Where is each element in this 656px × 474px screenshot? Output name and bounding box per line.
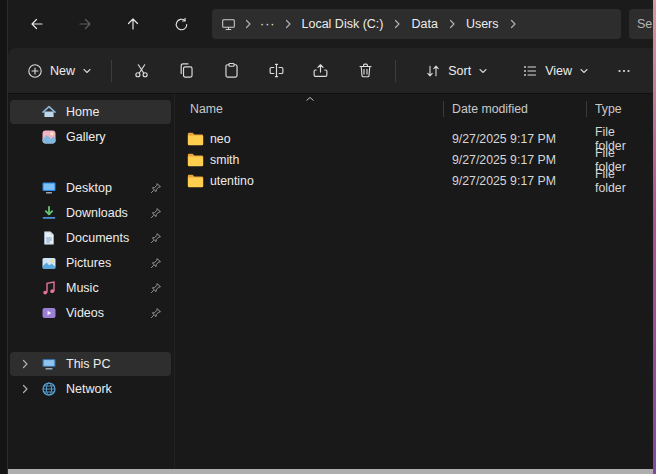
command-bar: New [8,48,653,94]
cut-button[interactable] [122,55,161,87]
music-icon [41,280,57,296]
sidebar-item-label: Gallery [66,130,106,144]
navigation-pane: Home Gallery Desktop [8,94,174,469]
breadcrumb-chevron-icon[interactable] [445,18,459,30]
desktop-icon [41,180,57,196]
documents-icon [41,230,57,246]
pin-icon [150,207,162,219]
breadcrumb-overflow-button[interactable]: ··· [255,12,281,36]
copy-icon [178,62,195,79]
search-text: Se [637,17,652,31]
column-header-label: Type [595,102,622,116]
sidebar-item-label: This PC [66,357,110,371]
sidebar-item-label: Music [66,281,99,295]
new-button-label: New [50,64,75,78]
file-type: File folder [587,167,653,195]
toolbar-separator [111,60,112,82]
breadcrumb-item-data[interactable]: Data [404,12,444,36]
chevron-down-icon [579,66,589,76]
column-header-label: Name [190,102,223,116]
breadcrumb-item-users[interactable]: Users [459,12,506,36]
up-arrow-icon [125,16,141,32]
screen-bottom-edge [8,469,653,474]
trash-icon [357,62,374,79]
this-pc-icon [41,356,57,372]
column-header-name[interactable]: Name [175,96,444,122]
refresh-button[interactable] [164,9,198,39]
breadcrumb-chevron-icon[interactable] [241,18,255,30]
sidebar-item-label: Home [66,105,99,119]
search-input[interactable]: Se [629,9,653,39]
downloads-icon [41,205,57,221]
new-button[interactable]: New [18,55,101,87]
expand-chevron-icon[interactable] [19,358,31,370]
view-button-label: View [545,64,572,78]
sort-button[interactable]: Sort [416,55,497,87]
view-list-icon [522,63,538,79]
sidebar-item-gallery[interactable]: Gallery [10,125,171,149]
breadcrumb-chevron-icon[interactable] [506,18,520,30]
more-options-button[interactable] [604,55,643,87]
sidebar-item-desktop[interactable]: Desktop [10,176,171,200]
sidebar-item-home[interactable]: Home [10,100,171,124]
pin-icon [150,182,162,194]
rename-icon [268,62,285,79]
back-button[interactable] [20,9,54,39]
folder-icon [187,174,204,188]
breadcrumb-chevron-icon[interactable] [281,18,295,30]
file-explorer-window: ··· Local Disk (C:) Data Users Se [8,0,653,469]
paste-button[interactable] [212,55,251,87]
sidebar-item-label: Desktop [66,181,112,195]
file-row-neo[interactable]: neo 9/27/2025 9:17 PM File folder [175,128,653,149]
pictures-icon [41,255,57,271]
navigation-bar: ··· Local Disk (C:) Data Users Se [8,0,653,48]
copy-button[interactable] [167,55,206,87]
breadcrumb-item-local-disk[interactable]: Local Disk (C:) [295,12,391,36]
sidebar-item-label: Videos [66,306,104,320]
this-pc-monitor-icon [218,17,241,32]
sidebar-item-downloads[interactable]: Downloads [10,201,171,225]
sidebar-item-this-pc[interactable]: This PC [10,352,171,376]
file-name: neo [210,132,231,146]
refresh-icon [174,17,189,32]
column-header-date-modified[interactable]: Date modified [444,96,587,122]
sidebar-item-documents[interactable]: Documents [10,226,171,250]
sidebar-item-label: Documents [66,231,129,245]
breadcrumb-chevron-icon[interactable] [390,18,404,30]
file-row-utentino[interactable]: utentino 9/27/2025 9:17 PM File folder [175,170,653,191]
screen-left-edge [0,0,8,474]
explorer-body: Home Gallery Desktop [8,94,653,469]
pin-icon [150,307,162,319]
file-date-modified: 9/27/2025 9:17 PM [444,132,587,146]
expand-chevron-icon[interactable] [19,383,31,395]
address-bar[interactable]: ··· Local Disk (C:) Data Users [212,9,621,39]
sidebar-item-network[interactable]: Network [10,377,171,401]
forward-button[interactable] [68,9,102,39]
sidebar-item-music[interactable]: Music [10,276,171,300]
chevron-down-icon [82,66,92,76]
cut-icon [133,62,150,79]
sidebar-section-gap [10,150,171,176]
file-name: utentino [210,174,254,188]
file-date-modified: 9/27/2025 9:17 PM [444,174,587,188]
ellipsis-icon [616,63,632,79]
file-name-cell: utentino [175,174,444,188]
file-row-smith[interactable]: smith 9/27/2025 9:17 PM File folder [175,149,653,170]
up-button[interactable] [116,9,150,39]
pin-icon [150,257,162,269]
column-headers: Name Date modified Type [175,96,653,122]
file-name-cell: smith [175,153,444,167]
folder-icon [187,153,204,167]
column-header-type[interactable]: Type [587,96,653,122]
view-button[interactable]: View [513,55,598,87]
forward-arrow-icon [77,16,93,32]
home-icon [41,104,57,120]
share-button[interactable] [302,55,341,87]
rename-button[interactable] [257,55,296,87]
delete-button[interactable] [346,55,385,87]
sidebar-item-pictures[interactable]: Pictures [10,251,171,275]
videos-icon [41,305,57,321]
sidebar-item-videos[interactable]: Videos [10,301,171,325]
sort-ascending-indicator [305,96,315,102]
gallery-icon [41,129,57,145]
